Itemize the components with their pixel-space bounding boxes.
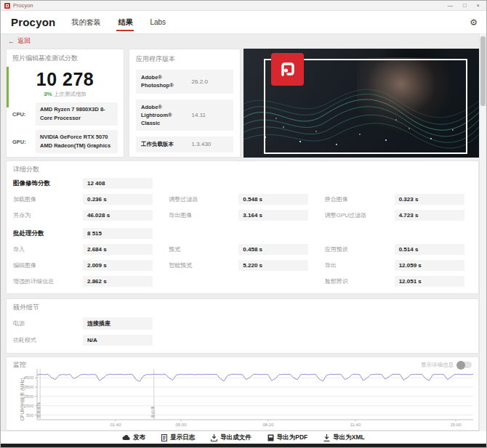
pdf-export-icon (267, 434, 274, 441)
metric-cell: 拼合图像0.323 s (325, 194, 472, 205)
svg-text:图像修饰: 图像修饰 (36, 402, 41, 419)
svg-text:500: 500 (26, 413, 34, 418)
extra-title: 额外细节 (13, 303, 472, 312)
version-row-lightroom: Adobe® Lightroom® Classic 14.11 (136, 99, 233, 131)
svg-text:4500: 4500 (24, 375, 34, 380)
metric-cell: 导入2.684 s (13, 244, 160, 255)
retouch-score-row: 图像修饰分数 12 408 (13, 178, 160, 189)
back-link[interactable]: ← 返回 (8, 36, 31, 46)
score-card-title: 照片编辑基准测试分数 (12, 54, 118, 63)
vertical-scrollbar-thumb[interactable] (480, 36, 486, 106)
svg-text:11:40: 11:40 (350, 423, 361, 427)
tab-results[interactable]: 结果 (118, 11, 132, 33)
window-title: Procyon (13, 2, 33, 9)
xml-export-icon (323, 434, 330, 441)
cpu-value: AMD Ryzen 7 9800X3D 8-Core Processor (36, 102, 118, 126)
back-arrow-icon: ← (8, 38, 15, 45)
brand-logo-text: Procyon (11, 16, 55, 28)
gpu-label: GPU: (12, 139, 36, 145)
batch-score-value: 8 515 (83, 228, 153, 239)
app-versions-card: 应用程序版本 Adobe® Photoshop® 26.2.0 Adobe® L… (129, 49, 241, 158)
show-details-toggle[interactable] (457, 362, 472, 368)
svg-text:05:00: 05:00 (175, 423, 187, 427)
extra-details-panel: 额外细节 电源 连接插座 功耗模式 N/A (6, 298, 479, 354)
batch-score-row: 批处理分数 8 515 (13, 228, 160, 239)
chart-y-axis-label: CPU时钟频率 (MHz) (20, 359, 25, 439)
tab-labs[interactable]: Labs (150, 11, 166, 33)
benchmark-hero-image (244, 49, 479, 158)
maximize-button[interactable]: □ (463, 2, 467, 9)
procyon-logo (271, 53, 304, 86)
metric-cell: 另存为46.028 s (13, 210, 160, 221)
main-nav: Procyon 我的套装 结果 Labs ⚙ (1, 11, 486, 34)
metric-cell: 导出12.059 s (325, 260, 472, 271)
power-mode-row: 功耗模式 N/A (13, 335, 472, 346)
metric-cell: 智能预览5.220 s (169, 260, 315, 271)
close-button[interactable]: × (477, 2, 480, 9)
version-row-photoshop: Adobe® Photoshop® 26.2.0 (136, 70, 233, 94)
cpu-frequency-chart: CPU时钟频率 (MHz) 5001500250035004500图像修饰批处理… (12, 369, 472, 430)
svg-text:01:40: 01:40 (110, 423, 121, 427)
minimize-button[interactable]: — (448, 2, 454, 9)
procyon-app-icon (4, 3, 10, 9)
cloud-upload-icon (122, 434, 130, 441)
footer-action-bar: 发布 显示日志 导出成文件 导出为PDF 导出为XML (1, 431, 486, 444)
metric-cell: 导出图像3.164 s (169, 210, 315, 221)
benchmark-score: 10 278 (12, 69, 118, 90)
version-row-workload: 工作负载版本 1.3.430 (136, 137, 233, 152)
svg-text:08:20: 08:20 (262, 423, 274, 427)
score-delta: 3% 上次测试增加 (12, 91, 118, 98)
chart-plot-area: 5001500250035004500图像修饰批处理01:4005:0008:2… (37, 369, 473, 430)
metric-cell: 脸部辨识12.051 s (325, 276, 472, 287)
download-file-icon (211, 434, 217, 441)
export-pdf-button[interactable]: 导出为PDF (267, 433, 308, 442)
gear-icon[interactable]: ⚙ (470, 17, 478, 28)
publish-button[interactable]: 发布 (122, 433, 145, 442)
toggle-knob (456, 361, 465, 370)
retouch-score-value: 12 408 (83, 178, 153, 189)
export-xml-button[interactable]: 导出为XML (323, 433, 364, 442)
svg-text:批处理: 批处理 (150, 406, 156, 418)
metric-cell: 调整GPU过滤器4.723 s (325, 210, 472, 221)
tab-my-suites[interactable]: 我的套装 (71, 11, 100, 33)
title-bar: Procyon — □ × (1, 1, 486, 11)
versions-title: 应用程序版本 (136, 54, 233, 64)
cpu-label: CPU: (12, 111, 36, 118)
show-details-label: 显示详细信息 (421, 362, 454, 369)
log-document-icon (161, 434, 167, 441)
metric-cell-empty (169, 276, 315, 287)
score-accent-bar (7, 67, 9, 107)
detailed-scores-panel: 详细分数 图像修饰分数 12 408 加载图像0.236 s 调整过滤器0.54… (6, 160, 479, 294)
export-file-button[interactable]: 导出成文件 (211, 433, 251, 442)
metric-cell: 编辑图像2.009 s (13, 260, 160, 271)
metric-cell: 应用预设0.514 s (325, 244, 472, 255)
show-log-button[interactable]: 显示日志 (161, 433, 195, 442)
metric-cell: 预览0.458 s (169, 244, 315, 255)
svg-text:3500: 3500 (24, 385, 34, 389)
metric-cell: 加载图像0.236 s (13, 194, 160, 205)
detailed-title: 详细分数 (13, 165, 472, 174)
svg-text:2500: 2500 (24, 394, 34, 399)
bottom-dark-strip (1, 444, 486, 447)
svg-text:1500: 1500 (24, 404, 34, 408)
procyon-window: Procyon — □ × Procyon 我的套装 结果 Labs ⚙ ← 返… (0, 0, 487, 448)
metric-cell: 调整过滤器0.548 s (169, 194, 315, 205)
metric-cell: 增强的详细信息2.862 s (13, 276, 160, 287)
power-source-row: 电源 连接插座 (13, 318, 472, 329)
monitoring-panel: 监控 显示详细信息 CPU时钟频率 (MHz) 5001500250035004… (6, 357, 479, 431)
svg-text:15:00: 15:00 (450, 423, 462, 427)
score-summary-card: 照片编辑基准测试分数 10 278 3% 上次测试增加 CPU: AMD Ryz… (6, 49, 124, 158)
gpu-value: NVIDIA GeForce RTX 5070 AMD Radeon(TM) G… (36, 130, 118, 153)
